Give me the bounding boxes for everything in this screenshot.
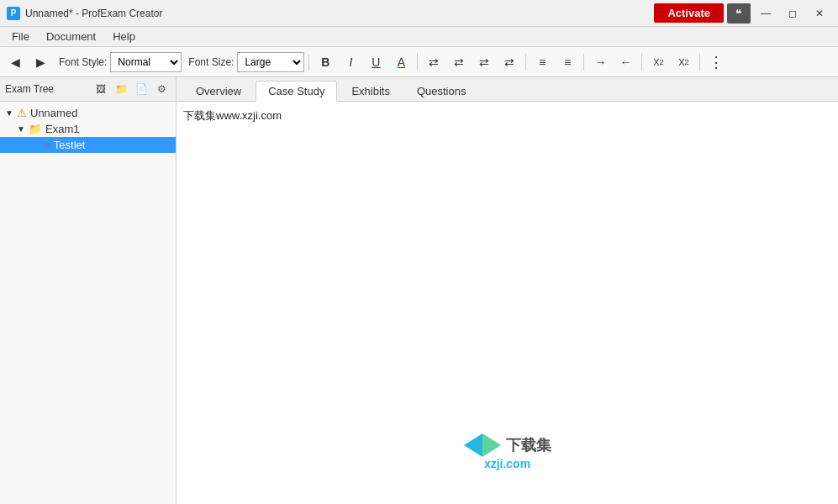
sidebar-header: Exam Tree 🖼 📁 📄 ⚙ bbox=[0, 77, 176, 102]
toolbar-separator-6 bbox=[699, 54, 700, 71]
back-button[interactable]: ◀ bbox=[3, 51, 27, 73]
bold-button[interactable]: B bbox=[314, 51, 337, 73]
align-left-button[interactable]: ⇄ bbox=[422, 51, 445, 73]
tree-label-unnamed: Unnamed bbox=[30, 107, 77, 119]
tab-exhibits[interactable]: Exhibits bbox=[339, 81, 403, 101]
expand-icon-unnamed: ▼ bbox=[3, 108, 15, 119]
tree-item-unnamed[interactable]: ▼ ⚠ Unnamed bbox=[0, 105, 176, 121]
align-center-button[interactable]: ⇄ bbox=[447, 51, 471, 73]
minimize-button[interactable]: — bbox=[754, 3, 777, 24]
highlight-button[interactable]: A bbox=[389, 51, 413, 73]
menu-document[interactable]: Document bbox=[38, 29, 104, 45]
tab-overview[interactable]: Overview bbox=[183, 81, 254, 101]
toolbar-separator-3 bbox=[525, 54, 526, 71]
title-bar-controls: Activate ❝ — ◻ ✕ bbox=[654, 3, 831, 24]
sidebar: Exam Tree 🖼 📁 📄 ⚙ ▼ ⚠ Unnamed ▼ 📁 Exam1 bbox=[0, 77, 177, 504]
toolbar-separator-1 bbox=[308, 54, 309, 71]
content-area: Overview Case Study Exhibits Questions 下… bbox=[177, 77, 838, 504]
tree-item-exam1[interactable]: ▼ 📁 Exam1 bbox=[0, 121, 176, 137]
close-button[interactable]: ✕ bbox=[808, 3, 831, 24]
editor-content[interactable]: 下载集www.xzji.com bbox=[183, 108, 831, 497]
indent-increase-button[interactable]: ← bbox=[614, 51, 637, 73]
tab-case-study[interactable]: Case Study bbox=[256, 81, 337, 102]
align-justify-button[interactable]: ⇄ bbox=[498, 51, 521, 73]
expand-icon-exam1: ▼ bbox=[15, 123, 27, 135]
restore-button[interactable]: ◻ bbox=[781, 3, 804, 24]
ordered-list-button[interactable]: ≡ bbox=[530, 51, 554, 73]
sidebar-folder-btn[interactable]: 📁 bbox=[112, 81, 130, 97]
toolbar-separator-4 bbox=[583, 54, 584, 71]
warning-icon: ⚠ bbox=[17, 107, 27, 119]
activate-button[interactable]: Activate bbox=[654, 3, 724, 23]
editor-area[interactable]: 下载集www.xzji.com 下载集 xzji.com bbox=[177, 102, 838, 504]
sidebar-toolbar: 🖼 📁 📄 ⚙ bbox=[92, 81, 171, 97]
tab-questions[interactable]: Questions bbox=[404, 81, 479, 101]
tabs-bar: Overview Case Study Exhibits Questions bbox=[177, 77, 838, 102]
window-title: Unnamed* - ProfExam Creator bbox=[25, 8, 162, 19]
sidebar-doc-btn[interactable]: 📄 bbox=[132, 81, 150, 97]
tree-label-testlet: Testlet bbox=[54, 139, 86, 151]
toolbar-separator-5 bbox=[641, 54, 642, 71]
subscript-button[interactable]: X2 bbox=[646, 51, 670, 73]
toolbar: ◀ ▶ Font Style: Normal Heading 1 Heading… bbox=[0, 47, 838, 77]
sidebar-title: Exam Tree bbox=[5, 83, 54, 95]
title-bar: P Unnamed* - ProfExam Creator Activate ❝… bbox=[0, 0, 838, 27]
menu-file[interactable]: File bbox=[3, 29, 38, 45]
toolbar-separator-2 bbox=[417, 54, 418, 71]
main-layout: Exam Tree 🖼 📁 📄 ⚙ ▼ ⚠ Unnamed ▼ 📁 Exam1 bbox=[0, 77, 838, 504]
sidebar-image-btn[interactable]: 🖼 bbox=[92, 81, 110, 97]
underline-button[interactable]: U bbox=[364, 51, 387, 73]
sidebar-settings-btn[interactable]: ⚙ bbox=[152, 81, 171, 97]
italic-button[interactable]: I bbox=[339, 51, 362, 73]
forward-button[interactable]: ▶ bbox=[29, 51, 52, 73]
indent-decrease-button[interactable]: → bbox=[588, 51, 612, 73]
tree-area: ▼ ⚠ Unnamed ▼ 📁 Exam1 ■ Testlet bbox=[0, 102, 176, 504]
quote-button[interactable]: ❝ bbox=[727, 3, 751, 24]
unordered-list-button[interactable]: ≡ bbox=[556, 51, 579, 73]
more-button[interactable]: ⋮ bbox=[704, 51, 728, 73]
folder-icon: 📁 bbox=[29, 123, 42, 135]
tree-item-testlet[interactable]: ■ Testlet bbox=[0, 137, 176, 153]
align-right-button[interactable]: ⇄ bbox=[472, 51, 496, 73]
superscript-button[interactable]: X2 bbox=[672, 51, 695, 73]
testlet-icon: ■ bbox=[44, 139, 50, 151]
title-bar-left: P Unnamed* - ProfExam Creator bbox=[7, 7, 162, 20]
menu-help[interactable]: Help bbox=[104, 29, 144, 45]
expand-icon-testlet bbox=[30, 139, 42, 151]
font-size-select[interactable]: Small Normal Large Huge bbox=[237, 52, 304, 72]
tree-label-exam1: Exam1 bbox=[45, 123, 79, 135]
font-style-select[interactable]: Normal Heading 1 Heading 2 bbox=[110, 52, 182, 72]
font-size-label: Font Size: bbox=[188, 56, 234, 68]
menu-bar: File Document Help bbox=[0, 27, 838, 47]
font-style-label: Font Style: bbox=[59, 56, 107, 68]
app-icon: P bbox=[7, 7, 20, 20]
